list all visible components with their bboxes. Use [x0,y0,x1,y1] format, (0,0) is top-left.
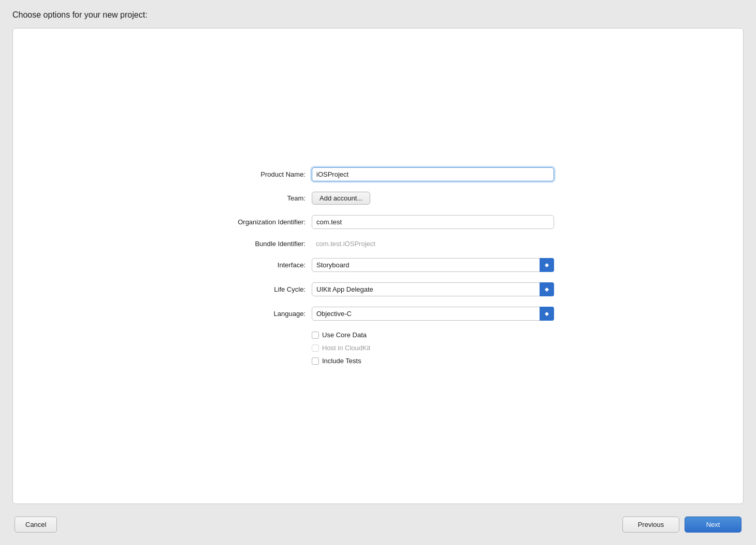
language-value: Objective-C Swift [312,307,554,321]
team-value: Add account... [312,192,554,205]
form-container: Product Name: Team: Add account... Organ… [202,167,554,365]
cancel-button[interactable]: Cancel [14,517,57,533]
host-in-cloudkit-label: Host in CloudKit [322,344,370,352]
interface-label: Interface: [202,261,306,269]
host-in-cloudkit-row: Host in CloudKit [312,344,554,352]
team-row: Team: Add account... [202,192,554,205]
checkboxes-container: Use Core Data Host in CloudKit Include T… [312,331,554,365]
language-label: Language: [202,310,306,318]
lifecycle-label: Life Cycle: [202,285,306,293]
org-identifier-label: Organization Identifier: [202,218,306,226]
bundle-identifier-label: Bundle Identifier: [202,240,306,248]
lifecycle-select-wrapper: UIKit App Delegate SwiftUI App [312,282,554,296]
next-button[interactable]: Next [685,517,742,533]
lifecycle-select[interactable]: UIKit App Delegate SwiftUI App [312,282,554,296]
include-tests-checkbox[interactable] [312,357,319,365]
interface-row: Interface: Storyboard SwiftUI [202,258,554,272]
bundle-identifier-row: Bundle Identifier: com.test.iOSProject [202,239,554,248]
org-identifier-value [312,215,554,229]
language-row: Language: Objective-C Swift [202,307,554,321]
use-core-data-row: Use Core Data [312,331,554,339]
bundle-identifier-value: com.test.iOSProject [312,239,554,248]
use-core-data-checkbox[interactable] [312,332,319,339]
org-identifier-input[interactable] [312,215,554,229]
include-tests-row: Include Tests [312,357,554,365]
product-name-value [312,167,554,181]
product-name-label: Product Name: [202,170,306,178]
use-core-data-label: Use Core Data [322,331,367,339]
language-select-wrapper: Objective-C Swift [312,307,554,321]
host-in-cloudkit-checkbox [312,345,319,352]
previous-button[interactable]: Previous [622,517,679,533]
product-name-input[interactable] [312,167,554,181]
footer-right: Previous Next [622,517,742,533]
footer-left: Cancel [14,517,57,533]
lifecycle-value: UIKit App Delegate SwiftUI App [312,282,554,296]
include-tests-label: Include Tests [322,357,361,365]
interface-select-wrapper: Storyboard SwiftUI [312,258,554,272]
main-panel: Product Name: Team: Add account... Organ… [12,28,744,504]
team-label: Team: [202,194,306,202]
add-account-button[interactable]: Add account... [312,192,370,205]
language-select[interactable]: Objective-C Swift [312,307,554,321]
interface-select[interactable]: Storyboard SwiftUI [312,258,554,272]
org-identifier-row: Organization Identifier: [202,215,554,229]
product-name-row: Product Name: [202,167,554,181]
footer: Cancel Previous Next [12,517,744,533]
bundle-identifier-text: com.test.iOSProject [312,237,380,250]
interface-value: Storyboard SwiftUI [312,258,554,272]
page-title: Choose options for your new project: [12,10,744,20]
lifecycle-row: Life Cycle: UIKit App Delegate SwiftUI A… [202,282,554,296]
